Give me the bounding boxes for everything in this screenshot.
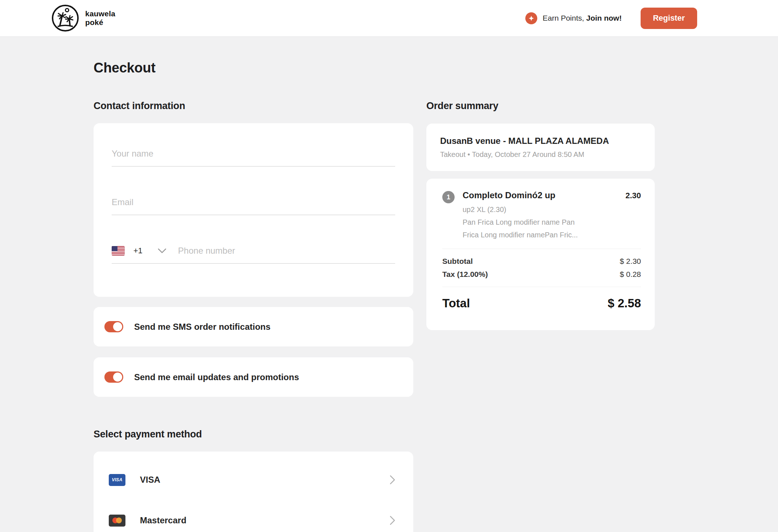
venue-name: DusanB venue - MALL PLAZA ALAMEDA bbox=[440, 136, 641, 146]
subtotal-row: Subtotal $ 2.30 bbox=[442, 257, 641, 266]
summary-divider bbox=[442, 287, 641, 287]
brand-name: kauwela poké bbox=[85, 9, 115, 26]
earn-points-text: Earn Points, bbox=[543, 14, 584, 22]
name-field-wrapper bbox=[112, 141, 395, 167]
chevron-down-icon[interactable] bbox=[158, 248, 166, 253]
total-row: Total $ 2.58 bbox=[442, 296, 641, 310]
sms-notifications-toggle[interactable] bbox=[104, 321, 123, 332]
order-items-card: 1 Completo Dominó2 up 2.30 up2 XL (2.30)… bbox=[426, 179, 655, 330]
sms-notifications-row: Send me SMS order notifications bbox=[94, 307, 413, 346]
email-field-wrapper bbox=[112, 190, 395, 215]
email-updates-row: Send me email updates and promotions bbox=[94, 357, 413, 397]
register-button[interactable]: Register bbox=[641, 8, 697, 29]
palm-trees-logo-icon bbox=[51, 4, 79, 32]
order-item-row: 1 Completo Dominó2 up 2.30 up2 XL (2.30)… bbox=[442, 190, 641, 239]
contact-information-card: +1 bbox=[94, 123, 413, 297]
venue-card: DusanB venue - MALL PLAZA ALAMEDA Takeou… bbox=[426, 124, 655, 171]
email-updates-label: Send me email updates and promotions bbox=[134, 372, 299, 382]
venue-details: Takeout • Today, October 27 Around 8:50 … bbox=[440, 150, 641, 159]
visa-card-icon: VISA bbox=[109, 474, 125, 486]
payment-methods-card: VISA VISA Mastercard bbox=[94, 452, 413, 532]
email-updates-toggle[interactable] bbox=[104, 371, 123, 383]
payment-method-name: VISA bbox=[140, 475, 375, 485]
payment-method-name: Mastercard bbox=[140, 515, 375, 525]
us-flag-icon[interactable] bbox=[112, 246, 125, 255]
name-input[interactable] bbox=[112, 141, 395, 167]
dial-code[interactable]: +1 bbox=[133, 246, 142, 255]
payment-method-heading: Select payment method bbox=[94, 429, 413, 440]
contact-information-heading: Contact information bbox=[94, 100, 413, 112]
total-value: $ 2.58 bbox=[608, 296, 641, 310]
item-modifier-line: Pan Frica Long modifier name Pan bbox=[463, 218, 641, 226]
subtotal-value: $ 2.30 bbox=[620, 257, 641, 266]
item-modifier-line: Frica Long modifier namePan Fric... bbox=[463, 231, 641, 239]
tax-row: Tax (12.00%) $ 0.28 bbox=[442, 270, 641, 279]
item-name: Completo Dominó2 up bbox=[463, 190, 625, 200]
sparkle-points-icon bbox=[525, 12, 537, 24]
brand-logo-home-link[interactable]: kauwela poké bbox=[51, 4, 115, 32]
total-label: Total bbox=[442, 296, 470, 310]
order-summary-heading: Order summary bbox=[426, 100, 655, 112]
tax-value: $ 0.28 bbox=[620, 270, 641, 279]
phone-input[interactable] bbox=[178, 246, 395, 256]
subtotal-label: Subtotal bbox=[442, 257, 473, 266]
sms-notifications-label: Send me SMS order notifications bbox=[134, 322, 270, 332]
item-quantity-badge: 1 bbox=[442, 191, 455, 203]
email-input[interactable] bbox=[112, 190, 395, 215]
phone-field-wrapper: +1 bbox=[112, 238, 395, 264]
chevron-right-icon bbox=[390, 516, 395, 525]
summary-divider bbox=[442, 249, 641, 249]
mastercard-icon bbox=[109, 515, 125, 527]
payment-method-mastercard[interactable]: Mastercard bbox=[109, 500, 395, 532]
item-price: 2.30 bbox=[625, 191, 641, 200]
tax-label: Tax (12.00%) bbox=[442, 270, 488, 279]
earn-points-link[interactable]: Earn Points, Join now! bbox=[525, 12, 622, 24]
header: kauwela poké Earn Points, Join now! Regi… bbox=[0, 0, 778, 36]
item-variant: up2 XL (2.30) bbox=[463, 205, 641, 214]
chevron-right-icon bbox=[390, 475, 395, 485]
payment-method-visa[interactable]: VISA VISA bbox=[109, 460, 395, 500]
join-now-text: Join now! bbox=[586, 14, 622, 22]
page-title: Checkout bbox=[94, 60, 413, 76]
